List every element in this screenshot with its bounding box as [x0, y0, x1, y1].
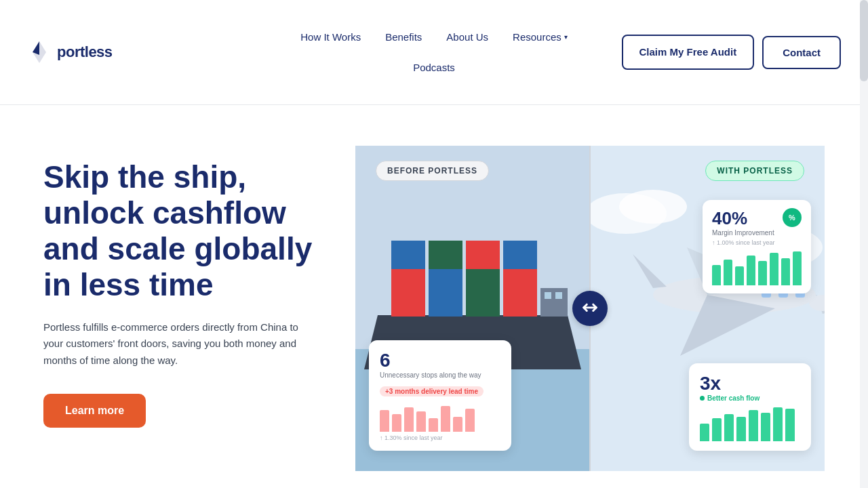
bar-a7	[781, 258, 790, 285]
contact-button[interactable]: Contact	[762, 36, 841, 69]
bar-a5	[758, 261, 767, 285]
before-stat-tag: +3 months delivery lead time	[380, 386, 484, 396]
bar-1	[380, 410, 389, 432]
before-stat-footnote: ↑ 1.30% since last year	[380, 434, 500, 441]
before-stat-card: 6 Unnecessary stops along the way +3 mon…	[369, 340, 511, 451]
bar-a3	[735, 266, 744, 285]
bar-a8	[793, 251, 802, 285]
svg-rect-16	[545, 292, 551, 299]
after-area: 40% Margin Improvement % ↑ 1.00% since l…	[590, 146, 825, 471]
bar-a6	[770, 253, 778, 285]
svg-rect-13	[466, 241, 500, 269]
hero-subtitle: Portless fulfills e-commerce orders dire…	[43, 319, 315, 369]
after-stat-number: 3x	[700, 373, 800, 394]
green-dot-indicator	[700, 396, 705, 401]
logo[interactable]: portless	[27, 40, 113, 64]
percent-label: Margin Improvement	[712, 229, 802, 237]
hero-title: Skip the ship, unlock cashflow and scale…	[43, 159, 342, 303]
after-3x-stat-card: 3x Better cash flow	[689, 363, 811, 451]
claim-audit-button[interactable]: Claim My Free Audit	[622, 35, 755, 70]
percent-note: ↑ 1.00% since last year	[712, 239, 802, 246]
nav-how-it-works[interactable]: How It Works	[300, 31, 361, 43]
bar-8	[465, 409, 475, 432]
after-bar-chart	[712, 251, 802, 285]
bar-m7	[773, 407, 783, 441]
svg-rect-17	[555, 292, 562, 299]
main-nav: How It Works Benefits About Us Resources…	[300, 31, 568, 73]
header: portless How It Works Benefits About Us …	[0, 0, 868, 105]
bar-6	[441, 406, 450, 432]
bar-a2	[724, 260, 732, 285]
comparison-toggle-button[interactable]	[572, 291, 608, 326]
nav-resources[interactable]: Resources ▾	[513, 31, 568, 43]
scrollbar-thumb[interactable]	[860, 0, 868, 81]
scrollbar-track[interactable]	[860, 0, 868, 488]
svg-rect-12	[429, 241, 462, 269]
before-portless-label: BEFORE PORTLESS	[376, 161, 489, 181]
svg-rect-11	[391, 241, 425, 269]
hero-visual: BEFORE PORTLESS WITH PORTLESS	[355, 146, 825, 471]
nav-about-us[interactable]: About Us	[446, 31, 488, 43]
bar-5	[429, 418, 438, 432]
bar-7	[453, 417, 462, 432]
percent-badge: %	[783, 208, 802, 227]
bar-4	[416, 411, 426, 432]
header-actions: Claim My Free Audit Contact	[622, 35, 841, 70]
logo-icon	[27, 40, 52, 64]
chevron-down-icon: ▾	[564, 33, 568, 41]
before-stat-number: 6	[380, 350, 500, 371]
after-stat-sub: Better cash flow	[700, 394, 800, 402]
nav-podcasts[interactable]: Podcasts	[413, 62, 455, 73]
bar-3	[404, 407, 414, 432]
bar-m1	[700, 424, 709, 441]
learn-more-button[interactable]: Learn more	[43, 394, 146, 428]
before-area: 6 Unnecessary stops along the way +3 mon…	[355, 146, 590, 471]
svg-point-20	[619, 190, 687, 224]
bar-m4	[736, 417, 746, 441]
hero-section: Skip the ship, unlock cashflow and scale…	[0, 105, 868, 488]
svg-rect-9	[466, 268, 500, 317]
bar-m5	[749, 410, 758, 441]
before-stat-label: Unnecessary stops along the way	[380, 371, 500, 379]
bar-a1	[712, 265, 721, 285]
svg-rect-14	[503, 241, 537, 269]
hero-content: Skip the ship, unlock cashflow and scale…	[43, 146, 342, 428]
logo-text: portless	[57, 43, 113, 61]
before-bar-chart	[380, 405, 500, 432]
bar-m6	[761, 413, 770, 441]
svg-rect-8	[429, 268, 462, 317]
after-40-stat-card: 40% Margin Improvement % ↑ 1.00% since l…	[703, 200, 811, 293]
nav-benefits[interactable]: Benefits	[385, 31, 422, 43]
svg-rect-7	[391, 268, 425, 317]
svg-rect-10	[503, 268, 537, 317]
bar-2	[392, 414, 401, 432]
bar-m3	[724, 414, 734, 441]
arrows-icon	[580, 299, 599, 318]
bar-m8	[785, 409, 795, 441]
bar-a4	[747, 256, 755, 285]
with-portless-label: WITH PORTLESS	[705, 161, 804, 181]
after-main-bar-chart	[700, 407, 800, 441]
bar-m2	[712, 418, 722, 441]
